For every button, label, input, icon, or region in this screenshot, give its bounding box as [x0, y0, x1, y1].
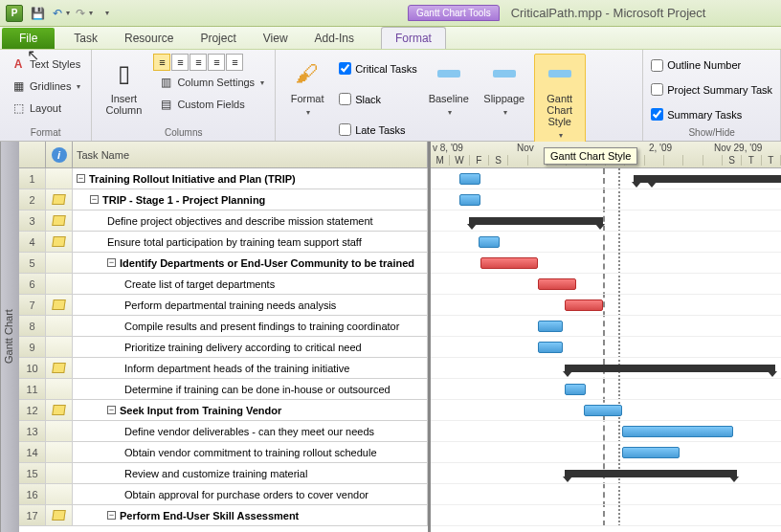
row-number-cell[interactable]: 11 [19, 379, 46, 399]
collapse-icon[interactable]: − [77, 174, 85, 183]
info-cell[interactable] [46, 295, 73, 315]
gantt-row[interactable] [431, 379, 781, 400]
align-left-button[interactable]: ≡ [153, 54, 170, 71]
task-bar[interactable] [622, 426, 733, 437]
row-number-cell[interactable]: 17 [19, 505, 46, 525]
select-all-cell[interactable] [19, 142, 46, 167]
task-bar[interactable] [565, 299, 603, 311]
table-row[interactable]: 16Obtain approval for purchase orders to… [19, 484, 428, 505]
info-cell[interactable] [46, 253, 73, 273]
align-button[interactable]: ≡ [208, 54, 225, 71]
task-name-cell[interactable]: −Perform End-User Skill Assessment [73, 505, 428, 525]
row-number-cell[interactable]: 14 [19, 442, 46, 462]
row-number-cell[interactable]: 15 [19, 463, 46, 483]
redo-button[interactable]: ↷▾ [73, 3, 94, 24]
gantt-row[interactable] [431, 295, 781, 316]
gantt-chart[interactable]: v 8, '09 Nov 2, '09 Nov 29, '09 Gantt Ch… [431, 142, 781, 532]
slippage-button[interactable]: Slippage▾ [479, 54, 530, 144]
table-row[interactable]: 5−Identify Departments or End-User Commu… [19, 253, 428, 274]
tab-project[interactable]: Project [187, 28, 249, 49]
slack-checkbox[interactable]: Slack [337, 91, 419, 107]
gantt-row[interactable] [431, 442, 781, 463]
info-cell[interactable] [46, 484, 73, 504]
task-name-column-header[interactable]: Task Name [73, 142, 428, 167]
late-tasks-checkbox[interactable]: Late Tasks [337, 122, 419, 138]
task-name-cell[interactable]: Review and customize training material [73, 463, 428, 483]
table-row[interactable]: 15Review and customize training material [19, 463, 428, 484]
text-styles-button[interactable]: AText Styles [6, 54, 85, 75]
task-name-cell[interactable]: −Identify Departments or End-User Commun… [73, 253, 428, 273]
tab-view[interactable]: View [250, 28, 301, 49]
summary-bar[interactable] [565, 365, 775, 372]
table-row[interactable]: 10Inform department heads of the trainin… [19, 358, 428, 379]
row-number-cell[interactable]: 1 [19, 168, 46, 188]
task-name-cell[interactable]: Ensure total participation by training t… [73, 232, 428, 252]
critical-tasks-checkbox[interactable]: Critical Tasks [337, 60, 419, 77]
gantt-row[interactable] [431, 316, 781, 337]
gantt-row[interactable] [431, 168, 781, 189]
qat-customize-button[interactable]: ▾ [96, 3, 117, 24]
table-row[interactable]: 11Determine if training can be done in-h… [19, 379, 428, 400]
task-bar[interactable] [584, 405, 622, 416]
insert-column-button[interactable]: ▯ Insert Column [98, 54, 149, 126]
task-name-cell[interactable]: Obtain vendor commitment to training rol… [73, 442, 428, 462]
task-bar[interactable] [459, 194, 480, 206]
task-name-cell[interactable]: Define project objectives and describe m… [73, 211, 428, 231]
gantt-timescale[interactable]: v 8, '09 Nov 2, '09 Nov 29, '09 Gantt Ch… [431, 142, 781, 168]
info-cell[interactable] [46, 463, 73, 483]
gridlines-button[interactable]: ▦Gridlines▾ [6, 76, 85, 97]
table-row[interactable]: 3Define project objectives and describe … [19, 211, 428, 232]
outline-number-checkbox[interactable]: Outline Number [649, 57, 774, 74]
gantt-row[interactable] [431, 189, 781, 211]
undo-button[interactable]: ↶▾ [50, 3, 71, 24]
info-cell[interactable] [46, 505, 73, 525]
baseline-button[interactable]: Baseline▾ [423, 54, 475, 144]
info-cell[interactable] [46, 232, 73, 252]
task-name-cell[interactable]: Compile results and present findings to … [73, 316, 428, 336]
table-row[interactable]: 4Ensure total participation by training … [19, 232, 428, 253]
collapse-icon[interactable]: − [107, 406, 116, 414]
collapse-icon[interactable]: − [107, 258, 116, 267]
info-cell[interactable] [46, 421, 73, 441]
table-row[interactable]: 1−Training Rollout Initiative and Plan (… [19, 168, 428, 189]
table-row[interactable]: 6Create list of target departments [19, 274, 428, 295]
gantt-row[interactable] [431, 400, 781, 421]
summary-tasks-checkbox[interactable]: Summary Tasks [649, 106, 774, 122]
gantt-body[interactable] [431, 168, 781, 526]
gantt-row[interactable] [431, 337, 781, 358]
row-number-cell[interactable]: 12 [19, 400, 46, 420]
tab-resource[interactable]: Resource [111, 28, 187, 49]
gantt-row[interactable] [431, 463, 781, 484]
task-name-cell[interactable]: Prioritize training delivery according t… [73, 337, 428, 357]
collapse-icon[interactable]: − [90, 195, 99, 204]
info-cell[interactable] [46, 168, 73, 188]
gantt-row[interactable] [431, 484, 781, 505]
task-name-cell[interactable]: −TRIP - Stage 1 - Project Planning [73, 189, 428, 210]
task-name-cell[interactable]: Inform department heads of the training … [73, 358, 428, 378]
row-number-cell[interactable]: 10 [19, 358, 46, 378]
gantt-row[interactable] [431, 232, 781, 253]
info-cell[interactable] [46, 211, 73, 231]
row-number-cell[interactable]: 4 [19, 232, 46, 252]
row-number-cell[interactable]: 13 [19, 421, 46, 441]
row-number-cell[interactable]: 9 [19, 337, 46, 357]
task-name-cell[interactable]: Perform departmental training needs anal… [73, 295, 428, 315]
gantt-row[interactable] [431, 274, 781, 295]
table-row[interactable]: 7Perform departmental training needs ana… [19, 295, 428, 316]
task-name-cell[interactable]: Obtain approval for purchase orders to c… [73, 484, 428, 504]
app-menu-button[interactable]: P [4, 3, 25, 24]
info-column-header[interactable]: i [46, 142, 73, 167]
task-name-cell[interactable]: −Seek Input from Training Vendor [73, 400, 428, 420]
tab-addins[interactable]: Add-Ins [301, 28, 368, 49]
task-bar[interactable] [622, 447, 680, 458]
task-bar[interactable] [480, 257, 538, 269]
task-bar[interactable] [459, 173, 480, 185]
tab-task[interactable]: Task [60, 28, 111, 49]
format-dropdown-button[interactable]: 🖌 Format ▾ [281, 54, 333, 144]
row-number-cell[interactable]: 2 [19, 189, 46, 210]
align-right-button[interactable]: ≡ [190, 54, 207, 71]
task-bar[interactable] [565, 384, 586, 395]
info-cell[interactable] [46, 400, 73, 420]
contextual-tool-tab[interactable]: Gantt Chart Tools [408, 5, 500, 21]
info-cell[interactable] [46, 274, 73, 294]
